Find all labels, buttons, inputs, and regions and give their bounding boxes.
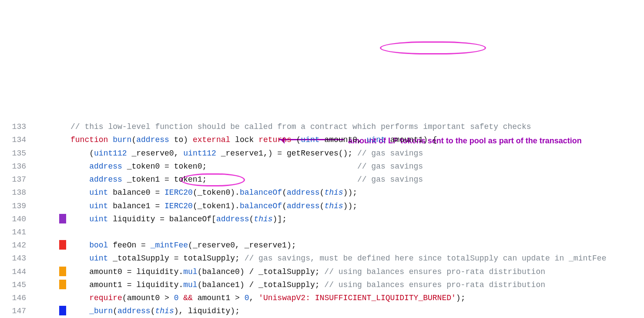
token: external <box>193 135 235 144</box>
gutter <box>30 133 68 146</box>
line-number: 137 <box>0 173 30 186</box>
oval-important-safety-checks <box>380 41 486 54</box>
gutter <box>30 239 68 252</box>
code-content: amount1 = liquidity.mul(balance1) / _tot… <box>68 278 644 291</box>
token: IERC20 <box>164 202 193 210</box>
code-row: 142 bool feeOn = _mintFee(_reserve0, _re… <box>0 239 644 252</box>
token: // using balances ensures pro-rata distr… <box>324 267 545 276</box>
line-number: 143 <box>0 252 30 265</box>
gutter <box>30 147 68 160</box>
token: function <box>70 135 113 144</box>
token: uint <box>367 135 386 144</box>
token: IERC20 <box>164 188 193 197</box>
token: (_token1). <box>193 202 240 210</box>
line-number: 145 <box>0 278 30 291</box>
token: ( <box>89 149 94 158</box>
token: this <box>324 202 343 210</box>
code-content: address _token0 = token0; // gas savings <box>68 160 644 173</box>
code-content: require(amount0 > 0 && amount1 > 0, 'Uni… <box>68 291 644 304</box>
code-content: amount0 = liquidity.mul(balance0) / _tot… <box>68 265 644 278</box>
token: mul <box>183 267 197 276</box>
token: lock <box>235 135 258 144</box>
token: address <box>117 307 151 315</box>
token: address <box>89 162 122 171</box>
line-number: 134 <box>0 133 30 146</box>
code-row: 135 (uint112 _reserve0, uint112 _reserve… <box>0 147 644 160</box>
token: uint112 <box>94 149 127 158</box>
gutter <box>30 226 68 239</box>
token: _token1 = token1; <box>122 175 357 184</box>
code-content: // this low-level function should be cal… <box>68 120 644 133</box>
token: _reserve0, <box>127 149 184 158</box>
token: address <box>287 202 320 210</box>
token: amount0 = liquidity. <box>89 267 183 276</box>
line-marker <box>59 280 66 289</box>
token: balanceOf <box>240 202 282 210</box>
line-number: 141 <box>0 226 30 239</box>
code-row: 140 uint liquidity = balanceOf[address(t… <box>0 213 644 226</box>
token: ( <box>296 135 301 144</box>
token: amount0, <box>320 135 367 144</box>
code-content: (uint112 _reserve0, uint112 _reserve1,) … <box>68 147 644 160</box>
token: ( <box>113 307 117 315</box>
token: amount1 > <box>193 294 245 302</box>
code-row: 147 _burn(address(this), liquidity); <box>0 304 644 318</box>
gutter <box>30 291 68 304</box>
token: amount1 = liquidity. <box>89 281 183 289</box>
token: // using balances ensures pro-rata distr… <box>324 281 545 289</box>
token: _reserve1,) = getReserves(); <box>216 149 357 158</box>
token: (amount0 > <box>122 294 174 302</box>
code-row: 141 <box>0 226 644 239</box>
token: ( <box>151 307 155 315</box>
line-marker <box>59 240 66 250</box>
token: (_token0). <box>193 188 240 197</box>
line-number: 136 <box>0 160 30 173</box>
token: liquidity = balanceOf[ <box>108 215 216 223</box>
code-row: 134function burn(address to) external lo… <box>0 133 644 146</box>
token: this <box>155 307 174 315</box>
token: 'UniswapV2: INSUFFICIENT_LIQUIDITY_BURNE… <box>258 294 456 302</box>
token: address <box>216 215 249 223</box>
token: (balance1) / _totalSupply; <box>198 281 325 289</box>
code-content: uint balance1 = IERC20(_token1).balanceO… <box>68 200 644 213</box>
token: uint <box>89 215 108 223</box>
gutter <box>30 120 68 133</box>
code-row: 136 address _token0 = token0; // gas sav… <box>0 160 644 173</box>
token: _token0 = token0; <box>122 162 357 171</box>
line-number: 140 <box>0 213 30 226</box>
line-number: 142 <box>0 239 30 252</box>
token: _totalSupply = totalSupply; <box>108 254 244 263</box>
token: )]; <box>273 215 287 223</box>
code-row: 143 uint _totalSupply = totalSupply; // … <box>0 252 644 265</box>
token: this <box>324 188 343 197</box>
code-content: bool feeOn = _mintFee(_reserve0, _reserv… <box>68 239 644 252</box>
token: feeOn = <box>108 241 150 250</box>
token: _burn <box>89 307 113 315</box>
code-content: uint _totalSupply = totalSupply; // gas … <box>68 252 644 265</box>
token: 0 <box>245 294 249 302</box>
line-number: 144 <box>0 265 30 278</box>
token: ( <box>249 215 254 223</box>
token: address <box>287 188 320 197</box>
token: ( <box>282 202 287 210</box>
gutter <box>30 213 68 226</box>
token: bool <box>89 241 108 250</box>
token: mul <box>183 281 197 289</box>
gutter <box>30 173 68 186</box>
code-content: _burn(address(this), liquidity); <box>68 304 644 318</box>
token: ( <box>320 188 325 197</box>
gutter <box>30 304 68 318</box>
code-row: 138 uint balance0 = IERC20(_token0).bala… <box>0 186 644 199</box>
code-row: 146 require(amount0 > 0 && amount1 > 0, … <box>0 291 644 304</box>
token: (balance0) / _totalSupply; <box>198 267 325 276</box>
token: ( <box>282 188 287 197</box>
token: // gas savings <box>357 162 423 171</box>
token: && <box>183 294 193 302</box>
code-content <box>68 226 644 239</box>
line-marker <box>59 214 66 223</box>
token <box>178 294 183 302</box>
code-row: 144 amount0 = liquidity.mul(balance0) / … <box>0 265 644 278</box>
code-row: 145 amount1 = liquidity.mul(balance1) / … <box>0 278 644 291</box>
gutter <box>30 160 68 173</box>
code-content: function burn(address to) external lock … <box>68 133 644 146</box>
